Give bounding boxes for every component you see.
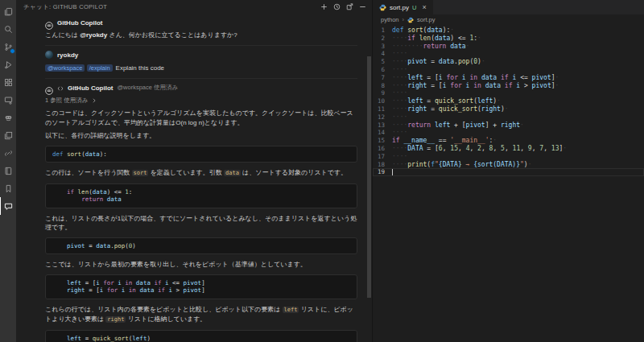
search-icon bbox=[4, 25, 13, 34]
tab-filename: sort.py bbox=[390, 4, 409, 11]
greeting-text: こんにちは @ryokdy さん、何かお役に立てることはありますか? bbox=[45, 31, 357, 39]
chat-scrollbar[interactable] bbox=[367, 56, 371, 298]
code-line[interactable]: 3········return data· bbox=[373, 43, 644, 51]
explorer-icon bbox=[4, 7, 13, 16]
windows-tab[interactable] bbox=[0, 126, 16, 144]
copilot-avatar-icon bbox=[45, 19, 53, 27]
chat-history-button[interactable] bbox=[333, 3, 341, 10]
code-line[interactable]: 2····if len(data) <= 1:· bbox=[373, 35, 644, 43]
extensions-tab[interactable] bbox=[0, 73, 16, 91]
python-file-icon bbox=[407, 17, 414, 23]
remote-explorer-icon bbox=[4, 96, 13, 105]
response-content: このコードは、クイックソートというアルゴリズムを実装したものです。クイックソート… bbox=[45, 109, 357, 342]
code-line[interactable]: 5····pivot = data.pop(0)· bbox=[373, 58, 644, 66]
user-request-text: @workspace /explain Explain this code bbox=[45, 64, 357, 72]
user-mention: @ryokdy bbox=[80, 31, 107, 39]
code-line[interactable]: 15if __name__ == '__main__':· bbox=[373, 137, 644, 145]
source-control-badge bbox=[10, 48, 15, 54]
response-code-block: pivot = data.pop(0) bbox=[45, 237, 357, 255]
breadcrumb-file[interactable]: sort.py bbox=[417, 16, 436, 23]
line-number: 15 bbox=[373, 137, 392, 145]
code-line[interactable]: 13····return left + [pivot] + right· bbox=[373, 122, 644, 130]
message-author: ryokdy bbox=[57, 52, 78, 59]
chat-panel-actions bbox=[320, 3, 366, 10]
message-author: GitHub Copilot bbox=[57, 19, 102, 27]
line-number: 17 bbox=[373, 153, 392, 161]
docs-tab[interactable] bbox=[0, 162, 16, 179]
source-control-tab[interactable] bbox=[0, 38, 16, 56]
code-line[interactable]: 8····right = [i for i in data if i > piv… bbox=[373, 82, 644, 90]
bookmarks-tab[interactable] bbox=[0, 179, 16, 197]
extensions-icon bbox=[4, 78, 13, 87]
chevron-right-icon bbox=[92, 98, 97, 103]
activity-bar bbox=[0, 0, 16, 342]
code-line[interactable]: 12···· bbox=[373, 113, 644, 122]
code-line[interactable]: 6···· bbox=[373, 66, 644, 74]
collapse-panel-button[interactable] bbox=[359, 3, 366, 10]
open-chat-in-editor-button[interactable] bbox=[346, 3, 353, 10]
code-line[interactable]: 16····DATA = [6, 15, 4, 2, 8, 5, 11, 9, … bbox=[373, 145, 644, 153]
line-number: 6 bbox=[373, 66, 392, 74]
chat-tab[interactable] bbox=[0, 197, 16, 215]
line-number: 10 bbox=[373, 97, 392, 105]
references-tab[interactable] bbox=[0, 144, 16, 162]
copilot-tab[interactable] bbox=[0, 109, 16, 126]
inline-code: left bbox=[283, 307, 299, 313]
response-paragraph: これらの行では、リスト内の各要素をピボットと比較し、ピボット以下の要素は lef… bbox=[45, 305, 357, 325]
tab-close-icon[interactable]: × bbox=[422, 4, 426, 11]
new-chat-button[interactable] bbox=[320, 3, 328, 10]
code-line[interactable]: 1def sort(data):· bbox=[373, 27, 644, 35]
vscode-window: チャット: GITHUB COPILOT GitHub Copilot こんにち… bbox=[0, 0, 644, 342]
line-number: 5 bbox=[373, 58, 392, 66]
user-avatar bbox=[45, 51, 53, 59]
line-number: 8 bbox=[373, 82, 392, 90]
breadcrumb: python › sort.py bbox=[373, 14, 644, 25]
line-number: 13 bbox=[373, 122, 392, 130]
response-paragraph: ここでは、リストから最初の要素を取り出し、それをピボット（基準値）としています。 bbox=[45, 260, 357, 270]
inline-code: data bbox=[224, 170, 241, 176]
code-line[interactable]: 14···· bbox=[373, 129, 644, 137]
run-debug-tab[interactable] bbox=[0, 56, 16, 73]
user-request-message: ryokdy @workspace /explain Explain this … bbox=[45, 45, 357, 78]
code-line[interactable]: 17···· bbox=[373, 153, 644, 161]
breadcrumb-folder[interactable]: python bbox=[381, 16, 399, 23]
code-line[interactable]: 19 bbox=[373, 168, 644, 176]
copilot-response-message: GitHub Copilot @workspace 使用済み 1 参照 使用済み… bbox=[45, 78, 357, 342]
python-file-icon bbox=[379, 4, 386, 11]
message-author: GitHub Copilot bbox=[68, 84, 113, 92]
line-number: 11 bbox=[373, 105, 392, 113]
code-line[interactable]: 18····print(f"{DATA} → {sort(DATA)}")· bbox=[373, 161, 644, 169]
chat-panel-title: チャット: GITHUB COPILOT bbox=[23, 3, 107, 11]
line-number: 4 bbox=[373, 50, 392, 58]
response-paragraph: これは、リストの長さが1以下の場合、すでにソートされているとみなし、そのままリス… bbox=[45, 214, 357, 233]
code-line[interactable]: 4···· bbox=[373, 50, 644, 58]
chat-message-list: GitHub Copilot こんにちは @ryokdy さん、何かお役に立てる… bbox=[16, 14, 372, 342]
response-code-block: left = quick_sort(left) right = quick_so… bbox=[45, 330, 357, 342]
response-paragraph: 以下に、各行の詳細な説明をします。 bbox=[45, 131, 357, 141]
remote-explorer-tab[interactable] bbox=[0, 91, 16, 109]
text-cursor bbox=[392, 168, 393, 175]
explorer-tab[interactable] bbox=[0, 2, 16, 20]
code-line[interactable]: 10····left = quick_sort(left)· bbox=[373, 97, 644, 105]
response-code-block: left = [i for i in data if i <= pivot] r… bbox=[45, 274, 357, 299]
editor-tab-bar: sort.py U × bbox=[373, 0, 644, 14]
code-editor[interactable]: 1def sort(data):·2····if len(data) <= 1:… bbox=[373, 25, 644, 342]
search-tab[interactable] bbox=[0, 20, 16, 38]
line-number: 2 bbox=[373, 35, 392, 43]
line-number: 18 bbox=[373, 161, 392, 169]
code-line[interactable]: 9···· bbox=[373, 89, 644, 97]
chip-workspace[interactable]: @workspace bbox=[45, 64, 85, 72]
tab-sort-py[interactable]: sort.py U × bbox=[373, 0, 433, 14]
copilot-avatar-icon bbox=[45, 84, 53, 92]
inline-code: sort bbox=[132, 170, 149, 176]
copilot-greeting-message: GitHub Copilot こんにちは @ryokdy さん、何かお役に立てる… bbox=[45, 14, 357, 45]
workspace-agent-icon bbox=[57, 80, 64, 95]
line-number: 1 bbox=[373, 27, 392, 35]
code-line[interactable]: 7····left = [i for i in data if i <= piv… bbox=[373, 74, 644, 82]
code-line[interactable]: 11····right = quick_sort(right)· bbox=[373, 105, 644, 113]
chip-explain[interactable]: /explain bbox=[87, 64, 113, 72]
line-number: 16 bbox=[373, 145, 392, 153]
line-number: 9 bbox=[373, 89, 392, 97]
references-toggle[interactable]: 1 参照 使用済み bbox=[45, 97, 357, 105]
git-status-badge: U bbox=[412, 4, 416, 11]
